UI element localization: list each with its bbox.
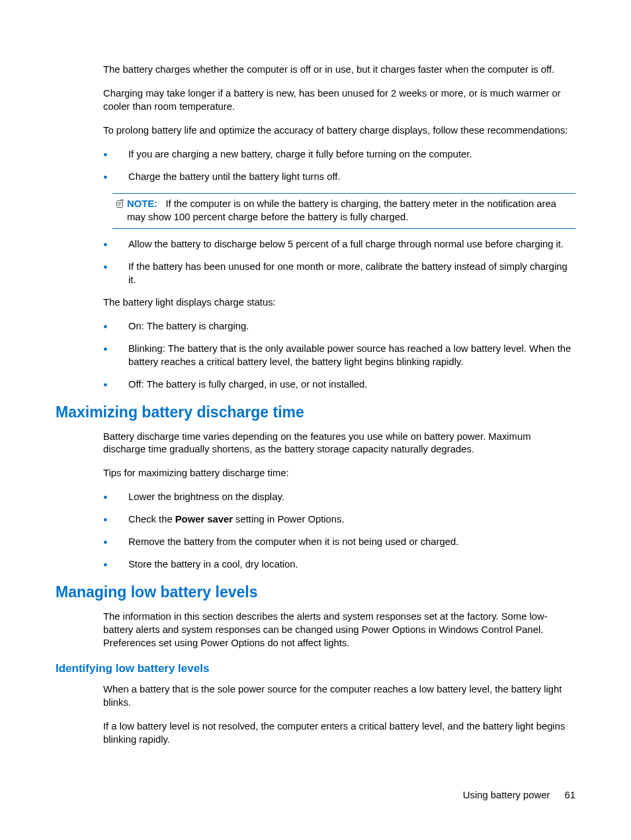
bullet-list: On: The battery is charging. Blinking: T…: [103, 320, 575, 392]
paragraph: Charging may take longer if a battery is…: [103, 87, 575, 114]
note-label: NOTE:: [127, 198, 157, 209]
list-item: If you are charging a new battery, charg…: [103, 148, 575, 161]
bold-term: Power saver: [175, 514, 233, 525]
paragraph: If a low battery level is not resolved, …: [103, 720, 575, 747]
page-footer: Using battery power 61: [463, 790, 575, 800]
paragraph: Battery discharge time varies depending …: [103, 431, 575, 457]
footer-section-title: Using battery power: [463, 790, 550, 800]
list-item: Remove the battery from the computer whe…: [103, 536, 575, 549]
list-item: Blinking: The battery that is the only a…: [103, 343, 575, 369]
bullet-list: If you are charging a new battery, charg…: [103, 148, 575, 184]
list-item: On: The battery is charging.: [103, 320, 575, 333]
section-heading: Maximizing battery discharge time: [56, 403, 575, 421]
note-callout: NOTE: If the computer is on while the ba…: [112, 193, 575, 229]
list-item: Off: The battery is fully charged, in us…: [103, 378, 575, 392]
list-item: Charge the battery until the battery lig…: [103, 171, 575, 184]
list-item: Check the Power saver setting in Power O…: [103, 513, 575, 526]
list-item: Allow the battery to discharge below 5 p…: [103, 238, 575, 251]
subsection-heading: Identifying low battery levels: [56, 662, 575, 675]
paragraph: The information in this section describe…: [103, 610, 575, 650]
bullet-list: Lower the brightness on the display. Che…: [103, 491, 575, 571]
paragraph: The battery charges whether the computer…: [103, 63, 575, 77]
note-icon: [112, 198, 127, 208]
page-number: 61: [565, 790, 575, 800]
note-text: If the computer is on while the battery …: [127, 198, 556, 222]
list-item: Lower the brightness on the display.: [103, 491, 575, 504]
paragraph: To prolong battery life and optimize the…: [103, 124, 575, 138]
list-item: If the battery has been unused for one m…: [103, 261, 575, 287]
paragraph: The battery light displays charge status…: [103, 296, 575, 310]
paragraph: Tips for maximizing battery discharge ti…: [103, 467, 575, 480]
section-heading: Managing low battery levels: [56, 583, 575, 601]
paragraph: When a battery that is the sole power so…: [103, 683, 575, 710]
bullet-list: Allow the battery to discharge below 5 p…: [103, 238, 575, 287]
list-item: Store the battery in a cool, dry locatio…: [103, 558, 575, 571]
